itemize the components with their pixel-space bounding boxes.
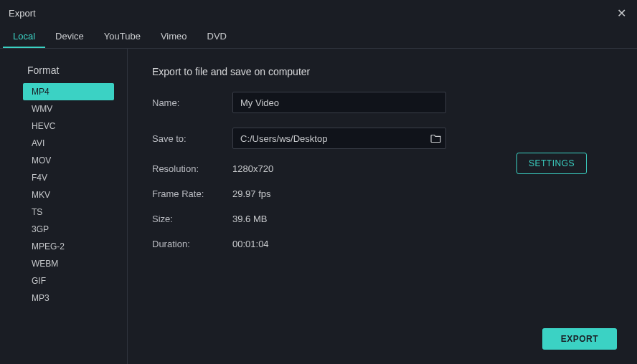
format-item-mp4[interactable]: MP4 bbox=[23, 83, 114, 100]
window-title: Export bbox=[9, 8, 36, 19]
format-item-f4v[interactable]: F4V bbox=[23, 169, 114, 186]
format-item-webm[interactable]: WEBM bbox=[23, 255, 114, 272]
name-label: Name: bbox=[152, 97, 232, 108]
body: Format MP4WMVHEVCAVIMOVF4VMKVTS3GPMPEG-2… bbox=[0, 49, 637, 364]
format-item-wmv[interactable]: WMV bbox=[23, 100, 114, 118]
export-button[interactable]: EXPORT bbox=[542, 328, 617, 350]
format-sidebar: Format MP4WMVHEVCAVIMOVF4VMKVTS3GPMPEG-2… bbox=[0, 49, 128, 364]
size-label: Size: bbox=[152, 214, 232, 224]
format-heading: Format bbox=[27, 64, 118, 76]
titlebar: Export ✕ bbox=[0, 0, 637, 26]
duration-row: Duration: 00:01:04 bbox=[152, 239, 617, 249]
folder-icon bbox=[430, 133, 442, 143]
duration-value: 00:01:04 bbox=[232, 239, 269, 249]
saveto-label: Save to: bbox=[152, 133, 232, 144]
format-item-mpeg-2[interactable]: MPEG-2 bbox=[23, 238, 114, 255]
close-icon: ✕ bbox=[617, 6, 626, 20]
duration-label: Duration: bbox=[152, 239, 232, 249]
framerate-row: Frame Rate: 29.97 fps bbox=[152, 188, 617, 199]
format-item-avi[interactable]: AVI bbox=[23, 135, 114, 152]
format-item-3gp[interactable]: 3GP bbox=[23, 221, 114, 238]
format-item-mkv[interactable]: MKV bbox=[23, 186, 114, 203]
format-item-mov[interactable]: MOV bbox=[23, 152, 114, 169]
close-button[interactable]: ✕ bbox=[614, 6, 628, 20]
size-value: 39.6 MB bbox=[232, 214, 267, 224]
tab-device[interactable]: Device bbox=[45, 26, 94, 48]
export-tabs: LocalDeviceYouTubeVimeoDVD bbox=[0, 26, 637, 49]
export-settings-panel: Export to file and save on computer Name… bbox=[128, 49, 637, 364]
resolution-value: 1280x720 bbox=[232, 163, 273, 174]
name-input-wrap bbox=[232, 92, 448, 113]
framerate-label: Frame Rate: bbox=[152, 188, 232, 199]
framerate-value: 29.97 fps bbox=[232, 188, 271, 199]
format-item-ts[interactable]: TS bbox=[23, 203, 114, 221]
settings-button[interactable]: SETTINGS bbox=[516, 153, 587, 174]
saveto-input-wrap bbox=[232, 128, 448, 149]
panel-heading: Export to file and save on computer bbox=[152, 66, 617, 77]
tab-local[interactable]: Local bbox=[3, 26, 45, 48]
format-item-mp3[interactable]: MP3 bbox=[23, 289, 114, 307]
tab-vimeo[interactable]: Vimeo bbox=[151, 26, 197, 48]
name-row: Name: bbox=[152, 92, 617, 113]
tab-youtube[interactable]: YouTube bbox=[94, 26, 151, 48]
size-row: Size: 39.6 MB bbox=[152, 214, 617, 224]
footer: EXPORT bbox=[542, 328, 617, 350]
saveto-input[interactable] bbox=[232, 128, 446, 149]
resolution-label: Resolution: bbox=[152, 163, 232, 174]
format-item-hevc[interactable]: HEVC bbox=[23, 118, 114, 135]
format-list: MP4WMVHEVCAVIMOVF4VMKVTS3GPMPEG-2WEBMGIF… bbox=[23, 83, 118, 307]
browse-folder-button[interactable] bbox=[430, 133, 442, 143]
format-item-gif[interactable]: GIF bbox=[23, 272, 114, 289]
saveto-row: Save to: bbox=[152, 128, 617, 149]
name-input[interactable] bbox=[232, 92, 446, 113]
export-window: Export ✕ LocalDeviceYouTubeVimeoDVD Form… bbox=[0, 0, 637, 364]
tab-dvd[interactable]: DVD bbox=[197, 26, 237, 48]
